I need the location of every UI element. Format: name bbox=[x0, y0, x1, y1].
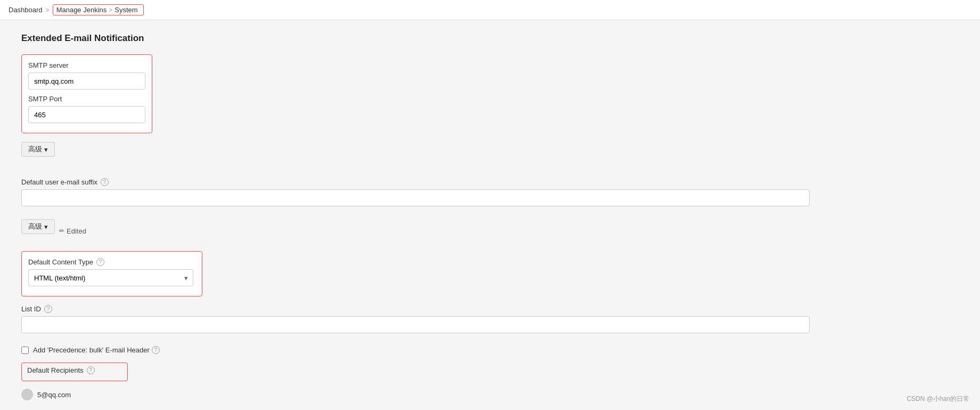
breadcrumb-manage-jenkins-box: Manage Jenkins > System bbox=[53, 4, 144, 15]
recipient-email: 5@qq.com bbox=[37, 391, 71, 399]
default-recipients-help-icon[interactable]: ? bbox=[87, 366, 95, 374]
smtp-server-group: SMTP server bbox=[28, 61, 145, 90]
default-recipients-label: Default Recipients ? bbox=[27, 366, 122, 374]
advanced-button-2[interactable]: 高级 ▾ bbox=[21, 219, 55, 234]
smtp-settings-box: SMTP server SMTP Port bbox=[21, 54, 152, 133]
add-precedence-help-icon[interactable]: ? bbox=[152, 346, 160, 354]
default-recipients-section: Default Recipients ? 5@qq.com bbox=[21, 363, 959, 400]
smtp-port-input[interactable] bbox=[28, 106, 145, 123]
avatar bbox=[21, 389, 33, 400]
list-id-section: List ID ? bbox=[21, 305, 959, 333]
add-precedence-label: Add 'Precedence: bulk' E-mail Header ? bbox=[33, 346, 160, 354]
advanced-button-1[interactable]: 高级 ▾ bbox=[21, 142, 55, 157]
pencil-icon: ✏ bbox=[59, 227, 64, 235]
default-email-suffix-input[interactable] bbox=[21, 189, 810, 206]
add-precedence-checkbox[interactable] bbox=[21, 347, 29, 354]
default-content-type-group: Default Content Type ? HTML (text/html) … bbox=[28, 258, 195, 286]
edited-badge: ✏ Edited bbox=[59, 227, 86, 235]
default-content-type-help-icon[interactable]: ? bbox=[96, 258, 104, 266]
breadcrumb-bar: Dashboard > Manage Jenkins > System bbox=[0, 0, 980, 20]
chevron-down-icon: ▾ bbox=[44, 146, 48, 154]
default-email-suffix-label: Default user e-mail suffix ? bbox=[21, 178, 959, 186]
list-id-label: List ID ? bbox=[21, 305, 959, 313]
list-id-help-icon[interactable]: ? bbox=[44, 305, 52, 313]
breadcrumb-system[interactable]: System bbox=[115, 6, 137, 14]
breadcrumb-sep-1: > bbox=[46, 6, 50, 14]
default-content-type-box: Default Content Type ? HTML (text/html) … bbox=[21, 251, 202, 296]
add-precedence-row: Add 'Precedence: bulk' E-mail Header ? bbox=[21, 346, 959, 354]
default-email-suffix-section: Default user e-mail suffix ? bbox=[21, 178, 959, 206]
default-content-type-select-wrapper: HTML (text/html) Plain Text (text/plain) bbox=[28, 269, 193, 286]
smtp-server-input[interactable] bbox=[28, 73, 145, 90]
smtp-port-group: SMTP Port bbox=[28, 95, 145, 123]
default-email-suffix-help-icon[interactable]: ? bbox=[101, 178, 109, 186]
smtp-port-label: SMTP Port bbox=[28, 95, 145, 103]
watermark: CSDN @小han的日常 bbox=[907, 395, 969, 404]
edited-label: Edited bbox=[67, 227, 86, 235]
section-title: Extended E-mail Notification bbox=[21, 33, 959, 44]
default-content-type-label: Default Content Type ? bbox=[28, 258, 195, 266]
main-content: Extended E-mail Notification SMTP server… bbox=[0, 20, 980, 410]
recipients-input-row: 5@qq.com bbox=[21, 389, 959, 400]
default-recipients-box: Default Recipients ? bbox=[21, 363, 128, 381]
breadcrumb-dashboard[interactable]: Dashboard bbox=[9, 6, 43, 14]
default-content-type-select[interactable]: HTML (text/html) Plain Text (text/plain) bbox=[28, 269, 193, 286]
smtp-server-label: SMTP server bbox=[28, 61, 145, 69]
chevron-down-icon-2: ▾ bbox=[44, 223, 48, 231]
list-id-input[interactable] bbox=[21, 316, 810, 333]
advanced-row-2: 高级 ▾ ✏ Edited bbox=[21, 219, 959, 243]
breadcrumb-manage-jenkins[interactable]: Manage Jenkins bbox=[56, 6, 107, 14]
breadcrumb-sep-2: > bbox=[109, 6, 112, 14]
